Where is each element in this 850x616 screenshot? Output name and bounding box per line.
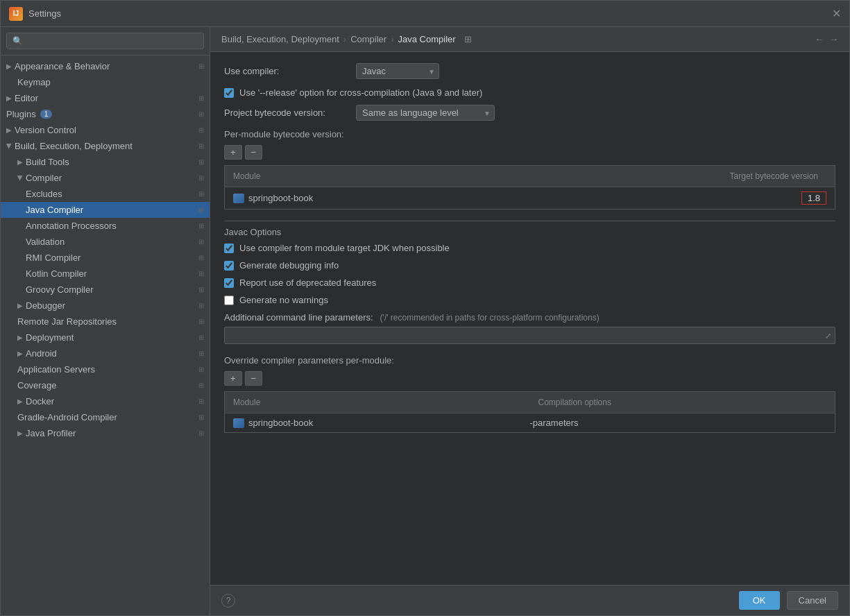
sidebar-item-annotation-processors[interactable]: Annotation Processors ⊞	[1, 218, 210, 234]
bytecode-select-wrapper: Same as language level 8 11 17 ▼	[356, 105, 495, 121]
remove-module-button[interactable]: −	[245, 145, 263, 160]
sidebar-item-appearance[interactable]: ▶ Appearance & Behavior ⊞	[1, 58, 210, 74]
sidebar-item-groovy-compiler[interactable]: Groovy Compiler ⊞	[1, 282, 210, 298]
sidebar-item-java-profiler[interactable]: ▶ Java Profiler ⊞	[1, 425, 210, 441]
sidebar-item-application-servers[interactable]: Application Servers ⊞	[1, 361, 210, 377]
override-module-cell: springboot-book	[233, 418, 530, 428]
pin-icon: ⊞	[198, 270, 204, 277]
sidebar-item-label: Deployment	[26, 332, 74, 343]
sidebar-item-label: Gradle-Android Compiler	[17, 412, 117, 422]
sidebar-item-editor[interactable]: ▶ Editor ⊞	[1, 90, 210, 106]
pin-icon: ⊞	[198, 190, 204, 198]
breadcrumb-bar: Build, Execution, Deployment › Compiler …	[210, 27, 849, 52]
pin-icon: ⊞	[198, 366, 204, 373]
sidebar-item-docker[interactable]: ▶ Docker ⊞	[1, 393, 210, 409]
bottom-bar: ? OK Cancel	[210, 585, 849, 615]
bytecode-table: Module Target bytecode version springboo…	[224, 165, 835, 209]
sidebar-item-label: Android	[26, 348, 57, 359]
remove-override-button[interactable]: −	[245, 371, 263, 386]
per-module-section: Per-module bytecode version:	[224, 129, 835, 139]
sidebar-item-label: Remote Jar Repositories	[17, 316, 117, 327]
override-toolbar: + −	[224, 371, 835, 386]
bytecode-value: 1.8	[801, 191, 826, 205]
sidebar-item-label: Docker	[26, 396, 54, 407]
module-name: springboot-book	[248, 193, 313, 203]
expand-icon[interactable]: ⤢	[825, 331, 831, 340]
sidebar-item-plugins[interactable]: Plugins 1 ⊞	[1, 106, 210, 122]
additional-params-header: Additional command line parameters: ('/'…	[224, 312, 835, 323]
window-title: Settings	[28, 8, 832, 19]
per-module-label: Per-module bytecode version:	[224, 129, 344, 139]
additional-params-input[interactable]	[224, 327, 835, 344]
override-table-row[interactable]: springboot-book -parameters	[225, 413, 835, 432]
divider	[224, 221, 835, 221]
sidebar-item-rmi-compiler[interactable]: RMI Compiler ⊞	[1, 250, 210, 266]
compiler-select-wrapper: Javac Eclipse Ajc ▼	[356, 63, 439, 79]
compiler-select[interactable]: Javac Eclipse Ajc	[356, 63, 439, 79]
sidebar-item-android[interactable]: ▶ Android ⊞	[1, 345, 210, 361]
bytecode-select[interactable]: Same as language level 8 11 17	[356, 105, 495, 121]
folder-icon	[233, 194, 244, 203]
arrow-icon: ▶	[17, 429, 23, 437]
nav-back-button[interactable]: ←	[815, 34, 824, 44]
sidebar-item-deployment[interactable]: ▶ Deployment ⊞	[1, 330, 210, 345]
add-module-button[interactable]: +	[224, 145, 242, 160]
cancel-button[interactable]: Cancel	[787, 591, 838, 610]
pin-icon: ⊞	[198, 238, 204, 246]
sidebar-item-validation[interactable]: Validation ⊞	[1, 234, 210, 250]
help-button[interactable]: ?	[221, 594, 235, 608]
pin-icon: ⊞	[198, 429, 204, 437]
target-column-header: Target bytecode version	[526, 169, 835, 184]
override-module-col-header: Module	[225, 395, 530, 410]
pin-icon: ⊞	[198, 397, 204, 405]
report-deprecated-checkbox[interactable]	[224, 278, 234, 288]
use-compiler-label: Use compiler:	[224, 66, 349, 76]
no-warnings-checkbox[interactable]	[224, 296, 234, 305]
add-override-button[interactable]: +	[224, 371, 242, 386]
sidebar-tree: ▶ Appearance & Behavior ⊞ Keymap ▶ Edito…	[1, 55, 210, 615]
breadcrumb: Build, Execution, Deployment › Compiler …	[221, 34, 472, 44]
settings-window: IJ Settings ✕ ▶ Appearance & Behavior ⊞ …	[0, 0, 850, 616]
arrow-icon: ▶	[6, 94, 12, 102]
sidebar-item-java-compiler[interactable]: Java Compiler ⊞	[1, 202, 210, 218]
generate-debug-checkbox[interactable]	[224, 261, 234, 271]
breadcrumb-part-2: Compiler	[350, 34, 386, 44]
sidebar-item-version-control[interactable]: ▶ Version Control ⊞	[1, 122, 210, 138]
sidebar-item-kotlin-compiler[interactable]: Kotlin Compiler ⊞	[1, 266, 210, 282]
sidebar-item-compiler[interactable]: ▶ Compiler ⊞	[1, 170, 210, 186]
target-cell: 1.8	[530, 191, 827, 205]
override-options-col-header: Compilation options	[530, 395, 835, 410]
close-button[interactable]: ✕	[832, 7, 841, 20]
arrow-icon: ▶	[17, 158, 23, 166]
override-params-section: Override compiler parameters per-module:	[224, 355, 835, 366]
pin-icon: ⊞	[198, 62, 204, 70]
sidebar-item-label: Excludes	[26, 189, 62, 199]
sidebar-item-label: Debugger	[26, 300, 65, 311]
arrow-icon: ▶	[6, 62, 12, 70]
sidebar-item-remote-jar[interactable]: Remote Jar Repositories ⊞	[1, 314, 210, 330]
table-row[interactable]: springboot-book 1.8	[225, 187, 835, 209]
arrow-icon: ▶	[6, 144, 13, 149]
sidebar-item-debugger[interactable]: ▶ Debugger ⊞	[1, 298, 210, 314]
use-module-target-label: Use compiler from module target JDK when…	[239, 243, 450, 253]
sidebar-item-label: Plugins	[6, 109, 36, 119]
ok-button[interactable]: OK	[739, 591, 780, 610]
sidebar-item-build-exec-deploy[interactable]: ▶ Build, Execution, Deployment ⊞	[1, 138, 210, 154]
override-module-name: springboot-book	[248, 418, 313, 428]
use-module-target-row: Use compiler from module target JDK when…	[224, 243, 835, 253]
javac-options-label: Javac Options	[224, 227, 281, 237]
search-input[interactable]	[6, 33, 204, 49]
sidebar-item-keymap[interactable]: Keymap	[1, 74, 210, 90]
nav-forward-button[interactable]: →	[829, 34, 838, 44]
pin-icon: ⊞	[198, 158, 204, 166]
release-option-checkbox[interactable]	[224, 88, 234, 98]
sidebar-item-gradle-android[interactable]: Gradle-Android Compiler ⊞	[1, 409, 210, 425]
pin-icon: ⊞	[198, 174, 204, 182]
pin-icon: ⊞	[198, 318, 204, 325]
sidebar-item-excludes[interactable]: Excludes ⊞	[1, 186, 210, 202]
use-module-target-checkbox[interactable]	[224, 243, 234, 253]
sidebar-item-label: Appearance & Behavior	[15, 61, 110, 71]
sidebar-item-coverage[interactable]: Coverage ⊞	[1, 377, 210, 393]
override-options-value: -parameters	[530, 418, 579, 428]
sidebar-item-build-tools[interactable]: ▶ Build Tools ⊞	[1, 154, 210, 170]
